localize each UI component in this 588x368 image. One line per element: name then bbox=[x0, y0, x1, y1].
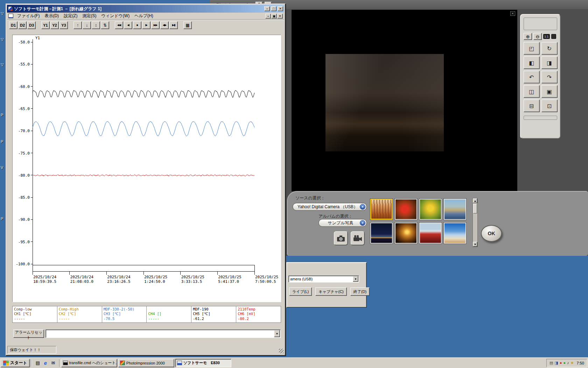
thumbnail-scrollbar[interactable]: ▲ ▼ bbox=[472, 198, 478, 247]
toolbar-d2-button[interactable]: D2 bbox=[18, 21, 27, 29]
thumbnail-yellow-flowers[interactable] bbox=[419, 199, 442, 220]
mail-icon[interactable]: ✉ bbox=[50, 360, 57, 367]
capture-button[interactable]: キャプチャ(C) bbox=[315, 287, 347, 296]
copy-button[interactable]: ◫ bbox=[524, 85, 540, 98]
toolbar-y3-button[interactable]: Y3 bbox=[59, 21, 68, 29]
go-to-end-button[interactable]: ▶▮ bbox=[169, 21, 178, 29]
zoom-in-button[interactable]: ⊕ bbox=[524, 33, 532, 40]
duplicate-page-tool-button[interactable]: ◨ bbox=[541, 56, 558, 69]
menu-item[interactable]: ヘルプ(H) bbox=[132, 12, 156, 20]
resize-grip[interactable] bbox=[279, 349, 284, 353]
desktop-icon-fragment[interactable]: V bbox=[1, 165, 3, 170]
menu-item[interactable]: ウィンドウ(W) bbox=[99, 12, 132, 20]
undo-button[interactable]: ↶ bbox=[524, 71, 540, 83]
preview-close-icon[interactable]: ✕ bbox=[510, 11, 515, 16]
live-button[interactable]: ライブ(L) bbox=[289, 287, 312, 296]
printer-tray-icon[interactable]: ▤ bbox=[550, 361, 553, 365]
frame-button[interactable]: ⊡ bbox=[541, 100, 558, 112]
scroll-up-button[interactable]: ↑ bbox=[74, 21, 82, 29]
zoom-out-button[interactable]: ⊖ bbox=[533, 33, 542, 40]
menu-item[interactable]: ファイル(F) bbox=[15, 12, 42, 20]
alarm-reset-button[interactable]: アラームリセット bbox=[13, 329, 44, 338]
show-desktop-icon[interactable]: ▤ bbox=[34, 360, 41, 367]
palette-grip[interactable] bbox=[524, 18, 557, 30]
chevron-down-icon[interactable]: ▼ bbox=[353, 276, 358, 282]
flip-horizontal-tool-button[interactable]: ◧ bbox=[524, 56, 540, 69]
fast-forward-button[interactable]: ▶▶ bbox=[151, 21, 160, 29]
expand-scale-button[interactable]: ↕ bbox=[92, 21, 100, 29]
redo-button[interactable]: ↷ bbox=[541, 71, 558, 83]
paste-button[interactable]: ▣ bbox=[541, 85, 558, 98]
step-back-button[interactable]: ◀ bbox=[124, 21, 132, 29]
rewind-button[interactable]: ◀◀ bbox=[115, 21, 123, 29]
volume-tray-icon[interactable]: ♪ bbox=[567, 361, 569, 365]
scroll-down-icon[interactable]: ▼ bbox=[473, 242, 477, 247]
desktop-icon-fragment[interactable]: P bbox=[1, 139, 3, 144]
updates-tray-icon[interactable]: ★ bbox=[570, 361, 574, 365]
capture-photo-button[interactable] bbox=[334, 231, 348, 245]
thumbnail-beach-sky[interactable] bbox=[444, 223, 466, 244]
compress-scale-button[interactable]: ⇅ bbox=[101, 21, 109, 29]
task-photoimpression[interactable]: PhotoImpression 2000 bbox=[118, 359, 174, 367]
alert-tray-icon[interactable]: ● bbox=[560, 361, 562, 365]
album-select-dropdown[interactable]: サンプル写真 ▼ bbox=[318, 219, 367, 227]
resize-tool-button[interactable]: ◰ bbox=[524, 42, 540, 55]
source-select-dropdown[interactable]: Yahoo! Digital Camera （USB） ▼ bbox=[293, 203, 367, 211]
stop-button[interactable]: ■ bbox=[133, 21, 141, 29]
menu-item[interactable]: 測定(S) bbox=[80, 12, 99, 20]
menu-item[interactable]: 表示(D) bbox=[42, 12, 61, 20]
softthermo-titlebar[interactable]: ソフトサーモ計測－計測1 － [折れ線グラフ 1] － □ ✕ bbox=[7, 5, 284, 13]
toolbar-y1-button[interactable]: Y1 bbox=[41, 21, 50, 29]
span-button[interactable]: ◀▶ bbox=[160, 21, 169, 29]
toolbar-d3-button[interactable]: D3 bbox=[27, 21, 36, 29]
step-forward-button[interactable]: ▶ bbox=[142, 21, 150, 29]
toolbar-d1-button[interactable]: D1 bbox=[9, 21, 18, 29]
scroll-up-icon[interactable]: ▲ bbox=[473, 198, 477, 203]
thumbnail-cardinal-bird[interactable] bbox=[395, 199, 417, 220]
scan-button[interactable]: ⊟ bbox=[524, 100, 540, 112]
rotate-tool-button[interactable]: ↻ bbox=[541, 42, 558, 55]
internet-explorer-icon[interactable]: e bbox=[42, 360, 49, 367]
capture-video-button[interactable] bbox=[351, 231, 365, 245]
window-title: ソフトサーモ計測－計測1 － [折れ線グラフ 1] bbox=[14, 6, 263, 12]
mdi-close-button[interactable]: ✕ bbox=[277, 14, 283, 19]
desktop-icon-fragment[interactable]: ▽ bbox=[1, 11, 4, 16]
minimize-button[interactable]: － bbox=[264, 6, 270, 11]
view-mode-icon[interactable] bbox=[551, 34, 556, 39]
palette-tool-grid: ◰↻◧◨↶↷◫▣⊟⊡ bbox=[524, 42, 557, 112]
thumbnail-rock-spires[interactable] bbox=[370, 199, 393, 220]
status-tray-icon[interactable]: ● bbox=[564, 361, 566, 365]
device-tray-icon[interactable]: ◨ bbox=[554, 361, 558, 365]
desktop-icon-fragment[interactable]: P bbox=[1, 113, 3, 117]
chevron-down-icon[interactable]: ▼ bbox=[274, 330, 280, 337]
start-button[interactable]: スタート bbox=[1, 359, 30, 367]
data-table-button[interactable]: ▦ bbox=[183, 21, 192, 29]
graph-document-icon[interactable] bbox=[8, 14, 13, 18]
thumbnail-harbor-town[interactable] bbox=[444, 199, 466, 220]
desktop-icon-fragment[interactable]: ▽ bbox=[1, 62, 4, 67]
desktop-icon-fragment[interactable]: P bbox=[1, 217, 3, 221]
alarm-history-combobox[interactable]: ▼ bbox=[46, 329, 281, 338]
mdi-minimize-button[interactable]: － bbox=[265, 14, 271, 19]
album-select-value: サンプル写真 bbox=[328, 220, 353, 226]
task-transfile-cmd[interactable]: transfile.cmd へのショート... bbox=[61, 359, 117, 367]
toolbar-y2-button[interactable]: Y2 bbox=[50, 21, 59, 29]
thumbnail-night-city[interactable] bbox=[370, 223, 393, 244]
thumbnail-fiber-optics[interactable] bbox=[395, 223, 417, 244]
task-softthermo[interactable]: ソフトサーモ E830 bbox=[175, 359, 231, 367]
status-text: 保存ウェイト！！ bbox=[7, 346, 56, 354]
maximize-button[interactable]: □ bbox=[271, 6, 276, 11]
ok-button[interactable]: OK bbox=[481, 225, 502, 242]
thumbnail-lighthouse-ship[interactable] bbox=[419, 223, 442, 244]
mdi-restore-button[interactable]: ▣ bbox=[271, 14, 277, 19]
exit-button[interactable]: 終了(D) bbox=[350, 287, 370, 296]
chevron-down-icon[interactable]: ▼ bbox=[360, 204, 365, 210]
close-button[interactable]: ✕ bbox=[278, 6, 283, 11]
chevron-down-icon[interactable]: ▼ bbox=[360, 220, 365, 226]
menu-item[interactable]: 設定(Z) bbox=[61, 12, 80, 20]
desktop-icon-fragment[interactable]: ▽ bbox=[1, 37, 4, 42]
scrollbar-thumb[interactable] bbox=[473, 204, 477, 213]
scroll-down-button[interactable]: ↓ bbox=[83, 21, 91, 29]
camera-source-combobox[interactable]: amera (USB) ▼ bbox=[288, 275, 359, 282]
palette-grip-bottom[interactable] bbox=[524, 116, 557, 120]
